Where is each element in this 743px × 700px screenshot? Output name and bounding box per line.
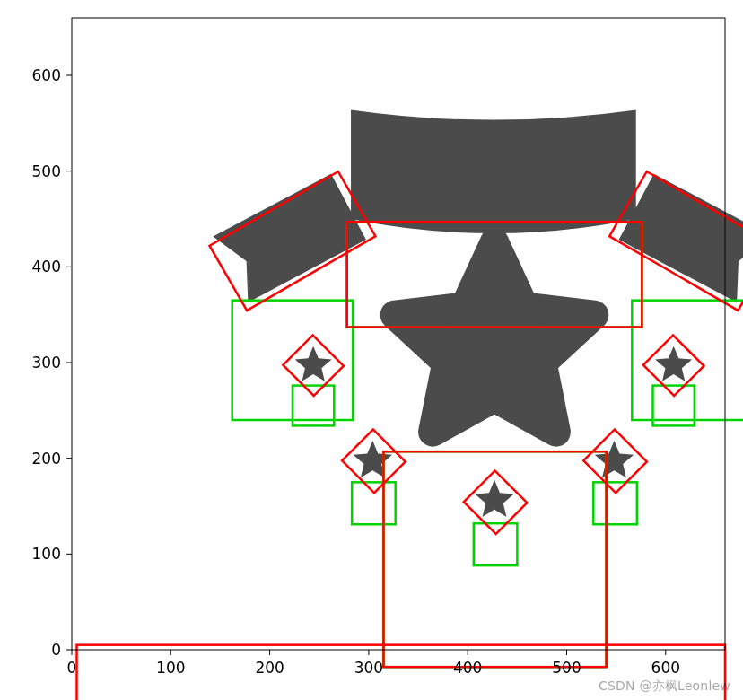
xtick-label: 500 [552, 659, 581, 677]
xtick-label: 100 [156, 659, 185, 677]
ytick-label: 400 [32, 258, 61, 276]
ribbon-right-shape [619, 174, 743, 302]
xtick-label: 300 [354, 659, 383, 677]
star-small-1-shape [354, 441, 392, 477]
ytick-label: 600 [32, 66, 61, 84]
large-star-shape [395, 242, 594, 432]
figure: 01002003004005006000100200300400500600 C… [0, 0, 743, 700]
ytick-label: 100 [32, 545, 61, 563]
xtick-label: 200 [255, 659, 284, 677]
star-small-4-shape [295, 346, 332, 381]
star-small-5-shape [655, 346, 692, 381]
g-star-3 [593, 482, 637, 524]
xtick-label: 400 [453, 659, 482, 677]
ribbon-arc-shape [351, 109, 636, 233]
xtick-label: 0 [67, 659, 77, 677]
ribbon-left-shape [213, 174, 366, 302]
ytick-label: 200 [32, 450, 61, 468]
ytick-label: 0 [51, 641, 61, 659]
ytick-label: 300 [32, 354, 61, 372]
star-small-3-shape [595, 441, 634, 477]
g-star-1 [352, 482, 396, 524]
ytick-label: 500 [32, 162, 61, 180]
plot-svg: 01002003004005006000100200300400500600 [0, 0, 743, 700]
g-star-2 [474, 523, 518, 565]
shapes-layer [213, 109, 743, 517]
xtick-label: 600 [651, 659, 680, 677]
